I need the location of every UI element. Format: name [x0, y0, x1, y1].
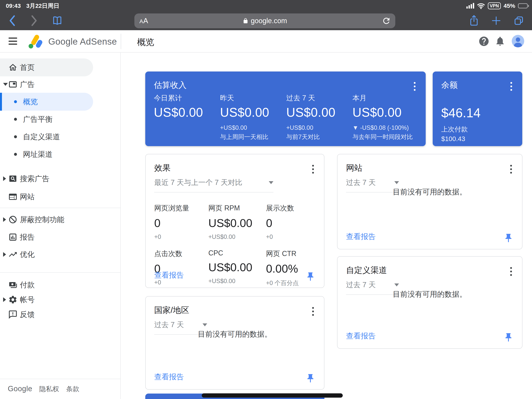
kebab-menu-icon[interactable] [509, 164, 513, 174]
signal-icon [466, 3, 474, 9]
earnings-metric-yesterday: 昨天 US$0.00 +US$0.00 与上周同一天相比 [220, 93, 286, 141]
chevron-right-icon [3, 176, 6, 181]
browser-chrome: 09:43 3月22日周日 VPN 45% [0, 0, 532, 30]
header-divider [121, 34, 121, 49]
settings-icon [8, 295, 18, 304]
chevron-down-icon [3, 83, 8, 86]
share-icon [469, 15, 479, 27]
avatar[interactable] [512, 35, 524, 47]
sidebar-item-overview[interactable]: 概览 [0, 93, 93, 111]
sidebar-item-home[interactable]: 首页 [0, 58, 93, 76]
chevron-right-icon [3, 217, 6, 222]
sidebar-item-url-channels[interactable]: 网址渠道 [0, 145, 93, 163]
product-name: Google AdSense [48, 36, 117, 47]
lock-icon [243, 18, 248, 24]
sites-card: 网站 过去 7 天 目前没有可用的数据。 查看报告 [337, 154, 522, 249]
screen: 09:43 3月22日周日 VPN 45% [0, 0, 532, 399]
perf-metric-rpm: 网页 RPM US$0.00 +US$0.00 [208, 203, 266, 240]
sidebar-item-feedback[interactable]: 反馈 [0, 305, 93, 323]
view-report-link[interactable]: 查看报告 [346, 232, 376, 242]
card-title: 估算收入 [154, 80, 417, 90]
home-indicator[interactable] [202, 393, 343, 398]
card-title: 余额 [441, 80, 514, 90]
performance-card: 效果 最近 7 天与上一个 7 天对比 网页浏览量 0 +0 网页 RPM US… [145, 154, 324, 288]
sidebar-item-sites[interactable]: 网站 [0, 188, 93, 206]
pin-icon[interactable] [305, 272, 316, 282]
google-wordmark: Google [8, 385, 32, 393]
address-bar[interactable]: AA google.com [134, 13, 395, 28]
app-header: Google AdSense 概览 [0, 30, 532, 53]
kebab-menu-icon[interactable] [510, 81, 513, 91]
balance-card: 余额 $46.14 上次付款 $100.43 [433, 71, 522, 146]
view-report-link[interactable]: 查看报告 [154, 270, 184, 280]
view-report-link[interactable]: 查看报告 [346, 331, 376, 341]
kebab-menu-icon[interactable] [413, 81, 416, 91]
forward-button[interactable] [28, 14, 40, 27]
card-title: 国家/地区 [154, 305, 316, 316]
date-range-dropdown[interactable]: 最近 7 天与上一个 7 天对比 [154, 178, 273, 193]
card-title: 自定义渠道 [346, 265, 513, 276]
kebab-menu-icon[interactable] [509, 266, 513, 277]
report-icon [8, 232, 18, 242]
url-text: google.com [251, 17, 287, 25]
back-button[interactable] [6, 14, 18, 27]
share-button[interactable] [468, 14, 480, 27]
new-tab-button[interactable] [490, 14, 502, 27]
sidebar-item-reports[interactable]: 报告 [0, 228, 93, 246]
sidebar-item-ad-balance[interactable]: 广告平衡 [0, 110, 93, 128]
forward-icon [31, 15, 38, 26]
pin-icon[interactable] [503, 233, 513, 243]
balance-value: $46.14 [441, 105, 514, 120]
sidebar-item-ads[interactable]: 广告 [0, 75, 93, 93]
search-ads-icon [8, 174, 18, 183]
vpn-badge: VPN [488, 2, 501, 9]
divider [0, 272, 120, 273]
wifi-icon [477, 3, 485, 9]
battery-icon [518, 3, 529, 8]
sidebar-item-search-ads[interactable]: 搜索广告 [0, 170, 93, 188]
reload-button[interactable] [382, 16, 391, 26]
sidebar-item-blocking-controls[interactable]: 屏蔽控制功能 [0, 211, 93, 229]
terms-link[interactable]: 条款 [66, 385, 79, 393]
earnings-metric-month: 本月 US$0.00 ▼ -US$0.08 (-100%) 与去年同一时间段对比 [352, 93, 419, 141]
tabs-icon [513, 15, 524, 26]
payments-icon [8, 280, 18, 290]
bullet-icon [14, 100, 17, 103]
clock: 09:43 [6, 3, 21, 9]
divider [0, 379, 120, 379]
bookmarks-icon [52, 15, 63, 26]
empty-state-text: 目前没有可用的数据。 [146, 329, 324, 339]
pin-icon[interactable] [503, 332, 513, 342]
adsense-logo[interactable]: Google AdSense [26, 33, 117, 50]
perf-metric-impressions: 展示次数 0 +0 [266, 203, 316, 240]
block-icon [8, 215, 18, 224]
perf-metric-cpc: CPC US$0.00 +US$0.00 [208, 249, 266, 287]
notifications-button[interactable] [495, 36, 506, 47]
new-tab-icon [491, 16, 501, 26]
chevron-right-icon [3, 297, 6, 302]
battery-percent: 45% [504, 3, 515, 9]
kebab-menu-icon[interactable] [311, 306, 315, 317]
earnings-metric-today: 今日累计 US$0.00 [154, 93, 220, 141]
view-report-link[interactable]: 查看报告 [154, 372, 184, 382]
privacy-link[interactable]: 隐私权 [39, 385, 59, 393]
tabs-button[interactable] [513, 14, 525, 27]
help-button[interactable] [478, 36, 489, 47]
caret-down-icon [394, 283, 399, 286]
estimated-earnings-card: 估算收入 今日累计 US$0.00 昨天 US$0.00 +US$0.00 与上… [145, 71, 426, 146]
sidebar-item-optimization[interactable]: 优化 [0, 245, 93, 264]
bookmarks-button[interactable] [51, 14, 63, 27]
trending-up-icon [8, 250, 18, 259]
menu-button[interactable] [9, 38, 17, 45]
ads-icon [8, 80, 18, 89]
last-payment-value: $100.43 [441, 135, 514, 143]
card-title: 网站 [346, 162, 513, 174]
kebab-menu-icon[interactable] [311, 164, 315, 174]
feedback-icon [8, 310, 18, 319]
home-icon [8, 63, 18, 72]
pin-icon[interactable] [305, 373, 316, 383]
selected-indicator [0, 93, 2, 111]
perf-metric-clicks: 点击次数 0 +0 [154, 249, 208, 287]
sidebar-item-custom-channels[interactable]: 自定义渠道 [0, 128, 93, 146]
caret-down-icon [269, 181, 273, 184]
